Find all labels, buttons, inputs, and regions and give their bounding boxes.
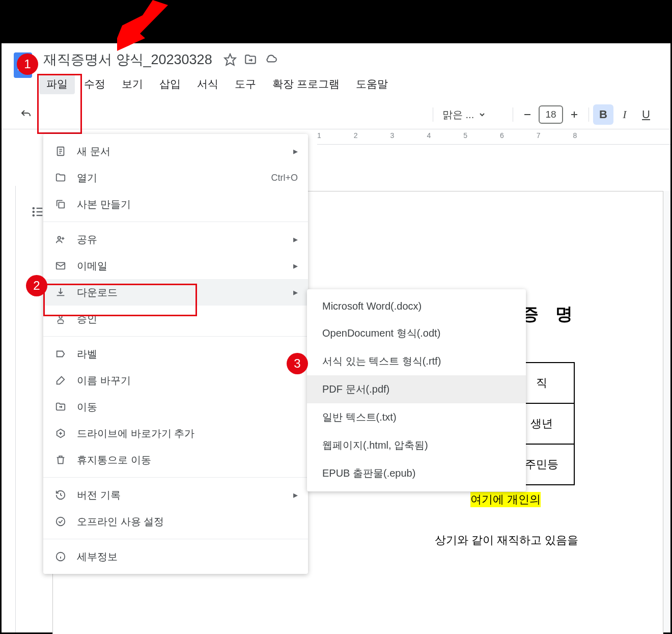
menu-tools[interactable]: 도구 bbox=[228, 74, 263, 94]
download-submenu: Microsoft Word(.docx) OpenDocument 형식(.o… bbox=[307, 289, 526, 491]
label-icon bbox=[53, 347, 68, 361]
fontsize-increase-button[interactable] bbox=[564, 104, 584, 125]
email-icon bbox=[53, 259, 68, 273]
cloud-status-icon[interactable] bbox=[264, 53, 277, 66]
annotation-badge-3: 3 bbox=[287, 353, 308, 374]
menu-format[interactable]: 서식 bbox=[190, 74, 226, 94]
menu-item-share[interactable]: 공유 ▸ bbox=[43, 226, 308, 253]
shortcut-icon bbox=[53, 426, 68, 440]
file-menu-dropdown: 새 문서 ▸ 열기 Ctrl+O 사본 만들기 공유 ▸ 이메일 ▸ 다운로드 … bbox=[43, 134, 308, 574]
app-window: 재직증명서 양식_20230328 파일 수정 보기 삽입 서식 도구 확장 프… bbox=[0, 42, 672, 634]
annotation-arrow bbox=[94, 0, 168, 51]
annotation-badge-2: 2 bbox=[26, 275, 47, 296]
menu-item-move[interactable]: 이동 bbox=[43, 394, 308, 420]
header: 재직증명서 양식_20230328 파일 수정 보기 삽입 서식 도구 확장 프… bbox=[2, 43, 670, 94]
svg-point-20 bbox=[58, 237, 61, 240]
menu-item-make-copy[interactable]: 사본 만들기 bbox=[43, 191, 308, 217]
svg-rect-19 bbox=[59, 202, 64, 208]
annotation-badge-1: 1 bbox=[17, 53, 38, 75]
menu-item-offline[interactable]: 오프라인 사용 설정 bbox=[43, 508, 308, 535]
undo-button[interactable] bbox=[16, 104, 36, 125]
menu-item-download[interactable]: 다운로드 ▸ bbox=[43, 279, 308, 306]
chevron-right-icon: ▸ bbox=[293, 260, 298, 271]
chevron-right-icon: ▸ bbox=[293, 287, 298, 298]
svg-point-26 bbox=[57, 517, 65, 526]
menu-view[interactable]: 보기 bbox=[115, 74, 150, 94]
menu-item-trash[interactable]: 휴지통으로 이동 bbox=[43, 447, 308, 473]
fontsize-input[interactable]: 18 bbox=[539, 105, 563, 124]
menu-item-open[interactable]: 열기 Ctrl+O bbox=[43, 164, 308, 191]
folder-icon bbox=[53, 171, 68, 185]
menubar: 파일 수정 보기 삽입 서식 도구 확장 프로그램 도움말 bbox=[39, 71, 661, 94]
svg-point-11 bbox=[33, 215, 34, 216]
menu-file[interactable]: 파일 bbox=[39, 74, 75, 94]
chevron-down-icon bbox=[479, 112, 485, 118]
chevron-right-icon: ▸ bbox=[293, 489, 298, 501]
download-icon bbox=[53, 285, 68, 299]
menu-help[interactable]: 도움말 bbox=[349, 74, 395, 94]
offline-icon bbox=[53, 514, 68, 529]
italic-button[interactable]: I bbox=[614, 104, 635, 125]
vertical-ruler[interactable] bbox=[2, 186, 16, 632]
svg-marker-5 bbox=[225, 54, 236, 65]
fontsize-decrease-button[interactable] bbox=[517, 104, 538, 125]
rename-icon bbox=[53, 373, 68, 388]
svg-point-22 bbox=[59, 316, 62, 319]
star-icon[interactable] bbox=[223, 53, 237, 66]
chevron-right-icon: ▸ bbox=[293, 146, 298, 157]
svg-point-10 bbox=[33, 211, 34, 212]
move-folder-icon[interactable] bbox=[244, 53, 257, 66]
chevron-right-icon: ▸ bbox=[293, 234, 298, 245]
svg-point-9 bbox=[33, 208, 34, 209]
sub-item-txt[interactable]: 일반 텍스트(.txt) bbox=[307, 403, 526, 431]
info-icon bbox=[53, 549, 68, 564]
menu-item-version[interactable]: 버전 기록 ▸ bbox=[43, 482, 308, 508]
addr-highlight-text: 여기에 개인의 bbox=[470, 492, 541, 507]
sub-item-pdf[interactable]: PDF 문서(.pdf) bbox=[307, 375, 526, 403]
history-icon bbox=[53, 488, 68, 502]
menu-insert[interactable]: 삽입 bbox=[152, 74, 188, 94]
sub-item-docx[interactable]: Microsoft Word(.docx) bbox=[307, 293, 526, 319]
move-icon bbox=[53, 400, 68, 414]
menu-item-rename[interactable]: 이름 바꾸기 bbox=[43, 367, 308, 394]
toolbar: 맑은 ... 18 B I U bbox=[2, 100, 670, 129]
doc-heading: 증 명 bbox=[521, 302, 579, 326]
trash-icon bbox=[53, 453, 68, 467]
menu-item-new[interactable]: 새 문서 ▸ bbox=[43, 138, 308, 164]
underline-button[interactable]: U bbox=[636, 104, 656, 125]
font-family-select[interactable]: 맑은 ... bbox=[437, 106, 509, 124]
share-icon bbox=[53, 232, 68, 246]
menu-extensions[interactable]: 확장 프로그램 bbox=[265, 74, 347, 94]
menu-item-approve[interactable]: 승인 bbox=[43, 306, 308, 332]
font-name-label: 맑은 ... bbox=[442, 108, 474, 122]
svg-marker-0 bbox=[117, 0, 168, 51]
approve-icon bbox=[53, 312, 68, 326]
document-icon bbox=[53, 144, 68, 158]
sub-item-rtf[interactable]: 서식 있는 텍스트 형식(.rtf) bbox=[307, 347, 526, 375]
menu-item-email[interactable]: 이메일 ▸ bbox=[43, 253, 308, 279]
copy-icon bbox=[53, 197, 68, 211]
sub-item-html[interactable]: 웹페이지(.html, 압축됨) bbox=[307, 431, 526, 459]
menu-edit[interactable]: 수정 bbox=[77, 74, 113, 94]
menu-item-details[interactable]: 세부정보 bbox=[43, 543, 308, 570]
sub-item-odt[interactable]: OpenDocument 형식(.odt) bbox=[307, 319, 526, 347]
menu-item-label[interactable]: 라벨 bbox=[43, 341, 308, 367]
bold-button[interactable]: B bbox=[593, 104, 613, 125]
confirm-text: 상기와 같이 재직하고 있음을 bbox=[435, 533, 578, 548]
sub-item-epub[interactable]: EPUB 출판물(.epub) bbox=[307, 459, 526, 487]
document-title[interactable]: 재직증명서 양식_20230328 bbox=[39, 49, 216, 70]
menu-item-add-shortcut[interactable]: 드라이브에 바로가기 추가 bbox=[43, 420, 308, 447]
